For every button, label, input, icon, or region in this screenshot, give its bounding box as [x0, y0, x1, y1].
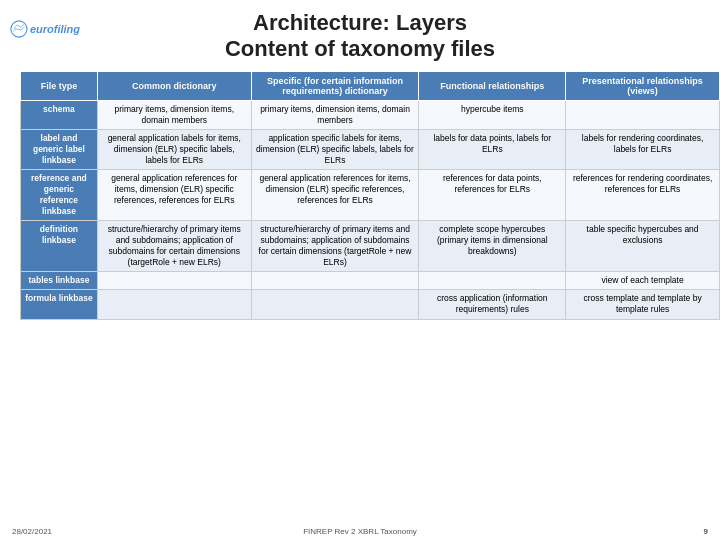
- table-cell-5-2: cross application (information requireme…: [419, 290, 566, 319]
- svg-point-0: [11, 21, 27, 37]
- table-row: label and generic label linkbasegeneral …: [21, 129, 720, 169]
- logo-icon: [10, 8, 28, 50]
- table-cell-5-0: [97, 290, 251, 319]
- table-header-row: File type Common dictionary Specific (fo…: [21, 71, 720, 100]
- logo: eurofiling: [10, 8, 80, 58]
- table-cell-2-0: general application references for items…: [97, 170, 251, 221]
- table-cell-1-3: labels for rendering coordinates, labels…: [566, 129, 720, 169]
- table-row: tables linkbaseview of each template: [21, 272, 720, 290]
- table-row: reference and generic reference linkbase…: [21, 170, 720, 221]
- row-header-cell: reference and generic reference linkbase: [21, 170, 98, 221]
- table-row: formula linkbasecross application (infor…: [21, 290, 720, 319]
- table-cell-2-3: references for rendering coordinates, re…: [566, 170, 720, 221]
- logo-text: eurofiling: [30, 23, 80, 35]
- row-header-cell: definition linkbase: [21, 221, 98, 272]
- table-cell-1-1: application specific labels for items, d…: [251, 129, 419, 169]
- table-cell-1-0: general application labels for items, di…: [97, 129, 251, 169]
- table-cell-0-3: [566, 100, 720, 129]
- row-header-cell: formula linkbase: [21, 290, 98, 319]
- table-cell-0-1: primary items, dimension items, domain m…: [251, 100, 419, 129]
- table-cell-4-0: [97, 272, 251, 290]
- row-header-cell: schema: [21, 100, 98, 129]
- table-cell-1-2: labels for data points, labels for ELRs: [419, 129, 566, 169]
- footer-center: FINREP Rev 2 XBRL Taxonomy: [303, 527, 417, 536]
- table-row: definition linkbasestructure/hierarchy o…: [21, 221, 720, 272]
- page-header: Architecture: Layers Content of taxonomy…: [0, 0, 720, 71]
- table-cell-4-2: [419, 272, 566, 290]
- table-row: schemaprimary items, dimension items, do…: [21, 100, 720, 129]
- footer-page: 9: [704, 527, 708, 536]
- col-header-specific: Specific (for certain information requir…: [251, 71, 419, 100]
- table-container: File type Common dictionary Specific (fo…: [0, 71, 720, 320]
- table-cell-3-3: table specific hypercubes and exclusions: [566, 221, 720, 272]
- table-cell-4-3: view of each template: [566, 272, 720, 290]
- table-cell-4-1: [251, 272, 419, 290]
- table-cell-5-1: [251, 290, 419, 319]
- table-cell-3-2: complete scope hypercubes (primary items…: [419, 221, 566, 272]
- table-cell-5-3: cross template and template by template …: [566, 290, 720, 319]
- content-table: File type Common dictionary Specific (fo…: [20, 71, 720, 320]
- table-cell-2-1: general application references for items…: [251, 170, 419, 221]
- row-header-cell: tables linkbase: [21, 272, 98, 290]
- table-cell-0-2: hypercube items: [419, 100, 566, 129]
- col-header-filetype: File type: [21, 71, 98, 100]
- col-header-presentational: Presentational relationships (views): [566, 71, 720, 100]
- table-cell-3-0: structure/hierarchy of primary items and…: [97, 221, 251, 272]
- col-header-common: Common dictionary: [97, 71, 251, 100]
- table-cell-0-0: primary items, dimension items, domain m…: [97, 100, 251, 129]
- table-cell-3-1: structure/hierarchy of primary items and…: [251, 221, 419, 272]
- table-cell-2-2: references for data points, references f…: [419, 170, 566, 221]
- row-header-cell: label and generic label linkbase: [21, 129, 98, 169]
- col-header-functional: Functional relationships: [419, 71, 566, 100]
- footer-date: 28/02/2021: [12, 527, 52, 536]
- page-title: Architecture: Layers Content of taxonomy…: [0, 10, 720, 63]
